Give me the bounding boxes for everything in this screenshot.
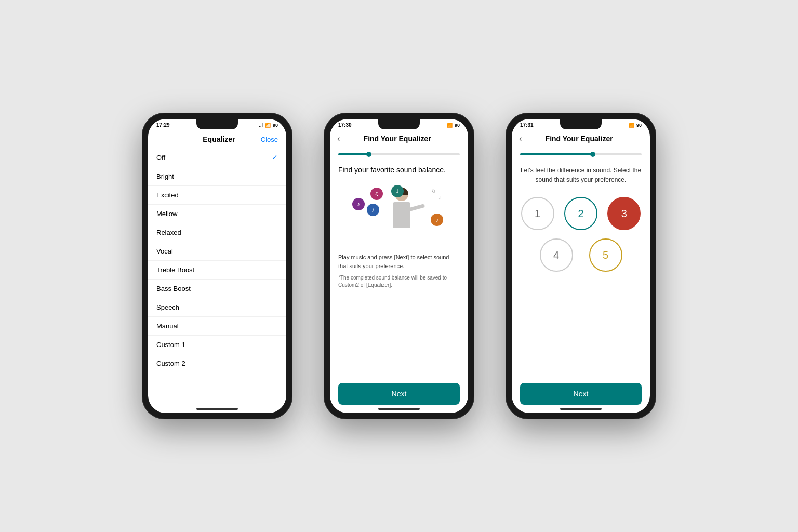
eq-header: Equalizer Close — [148, 130, 286, 148]
find-eq-description: Play music and press [Next] to select so… — [338, 253, 460, 270]
progress-track-2 — [338, 153, 460, 155]
notch-3 — [560, 119, 602, 129]
next-button-2[interactable]: Next — [338, 383, 460, 405]
sound-option-3-label: 3 — [621, 208, 627, 220]
eq-item-label-custom2: Custom 2 — [156, 360, 185, 367]
nav-title-3: Find Your Equalizer — [526, 135, 632, 143]
nav-title-2: Find Your Equalizer — [344, 135, 450, 143]
equalizer-screen: Equalizer Close Off ✓ Bright Excited Mel… — [148, 130, 286, 413]
eq-item-label-relaxed: Relaxed — [156, 229, 181, 236]
eq-item-label-bass: Bass Boost — [156, 285, 191, 292]
eq-item-relaxed[interactable]: Relaxed — [148, 223, 286, 242]
battery-label-1: 90 — [273, 123, 278, 128]
eq-item-bright[interactable]: Bright — [148, 167, 286, 186]
progress-fill-2 — [338, 153, 369, 155]
eq-item-speech[interactable]: Speech — [148, 298, 286, 317]
sound-option-1[interactable]: 1 — [521, 197, 554, 230]
status-icons-1: ..l 📶 90 — [259, 123, 278, 128]
status-bar-2: 17:30 📶 90 — [330, 119, 468, 130]
battery-label-2: 90 — [455, 123, 460, 128]
status-bar-1: 17:29 ..l 📶 90 — [148, 119, 286, 130]
eq-item-label-manual: Manual — [156, 322, 179, 330]
close-button[interactable]: Close — [261, 136, 278, 143]
progress-dot-2 — [366, 152, 371, 157]
eq-item-label-off: Off — [156, 154, 165, 162]
wifi-icon-1: 📶 — [265, 123, 271, 128]
phone-1: 17:29 ..l 📶 90 Equalizer Close Off ✓ Bri… — [142, 113, 292, 419]
eq-item-label-bright: Bright — [156, 172, 174, 180]
status-icons-2: 📶 90 — [447, 123, 460, 128]
eq-item-label-speech: Speech — [156, 303, 179, 311]
sound-option-5[interactable]: 5 — [589, 238, 622, 272]
sound-option-2-label: 2 — [578, 208, 583, 220]
eq-title: Equalizer — [177, 135, 261, 143]
eq-item-mellow[interactable]: Mellow — [148, 205, 286, 223]
notch-1 — [196, 119, 238, 129]
home-indicator-3 — [560, 408, 602, 410]
progress-fill-3 — [520, 153, 593, 155]
eq-item-bass[interactable]: Bass Boost — [148, 280, 286, 298]
step2-description: Let's feel the difference in sound. Sele… — [520, 166, 642, 184]
wifi-icon-2: 📶 — [447, 123, 453, 128]
sound-options-row1: 1 2 3 — [520, 197, 642, 230]
eq-item-label-treble: Treble Boost — [156, 266, 194, 274]
eq-item-treble[interactable]: Treble Boost — [148, 261, 286, 280]
time-1: 17:29 — [156, 122, 170, 128]
time-3: 17:31 — [520, 122, 534, 128]
wifi-icon-3: 📶 — [629, 123, 634, 128]
back-button-3[interactable]: ‹ — [519, 134, 522, 143]
status-bar-3: 17:31 📶 90 — [512, 119, 650, 130]
time-2: 17:30 — [338, 122, 352, 128]
nav-header-3: ‹ Find Your Equalizer — [512, 130, 650, 148]
eq-item-label-vocal: Vocal — [156, 247, 173, 255]
find-eq-note: *The completed sound balance will be sav… — [338, 274, 460, 289]
sound-option-2[interactable]: 2 — [564, 197, 597, 230]
progress-track-3 — [520, 153, 642, 155]
phone-3: 17:31 📶 90 ‹ Find Your Equalizer Let's f… — [506, 113, 656, 419]
eq-item-custom1[interactable]: Custom 1 — [148, 336, 286, 354]
step2-body: Let's feel the difference in sound. Sele… — [512, 158, 650, 383]
check-icon: ✓ — [272, 153, 278, 162]
find-eq-screen-1: ‹ Find Your Equalizer Find your favorite… — [330, 130, 468, 413]
eq-item-label-custom1: Custom 1 — [156, 341, 185, 349]
eq-item-vocal[interactable]: Vocal — [148, 242, 286, 261]
status-icons-3: 📶 90 — [629, 123, 642, 128]
phone2-body: Find your favorite sound balance. — [330, 158, 468, 383]
next-button-3[interactable]: Next — [520, 383, 642, 405]
eq-list: Off ✓ Bright Excited Mellow Relaxed Voca… — [148, 148, 286, 413]
eq-item-manual[interactable]: Manual — [148, 317, 286, 336]
sound-options-row2: 4 5 — [520, 238, 642, 272]
eq-item-off[interactable]: Off ✓ — [148, 148, 286, 167]
find-eq-screen-2: ‹ Find Your Equalizer Let's feel the dif… — [512, 130, 650, 413]
home-indicator-1 — [196, 408, 238, 410]
phone-2: 17:30 📶 90 ‹ Find Your Equalizer Find yo… — [324, 113, 474, 419]
battery-label-3: 90 — [636, 123, 642, 128]
eq-item-label-excited: Excited — [156, 191, 179, 199]
eq-item-label-mellow: Mellow — [156, 210, 177, 218]
eq-item-custom2[interactable]: Custom 2 — [148, 354, 286, 373]
eq-item-excited[interactable]: Excited — [148, 186, 286, 205]
notch-2 — [378, 119, 420, 129]
music-illustration: ♪ ♫ ♪ ♩ ♪ ♫ ♩ — [338, 182, 460, 245]
find-eq-title: Find your favorite sound balance. — [338, 166, 460, 174]
signal-icon-1: ..l — [259, 123, 263, 128]
progress-bar-2 — [330, 148, 468, 158]
sound-option-3[interactable]: 3 — [607, 197, 641, 230]
sound-option-1-label: 1 — [535, 208, 540, 220]
home-indicator-2 — [378, 408, 420, 410]
nav-header-2: ‹ Find Your Equalizer — [330, 130, 468, 148]
progress-bar-3 — [512, 148, 650, 158]
sound-option-4-label: 4 — [553, 249, 559, 261]
back-button-2[interactable]: ‹ — [337, 134, 340, 143]
sound-option-4[interactable]: 4 — [540, 238, 573, 272]
progress-dot-3 — [590, 152, 595, 157]
sound-option-5-label: 5 — [603, 249, 608, 261]
